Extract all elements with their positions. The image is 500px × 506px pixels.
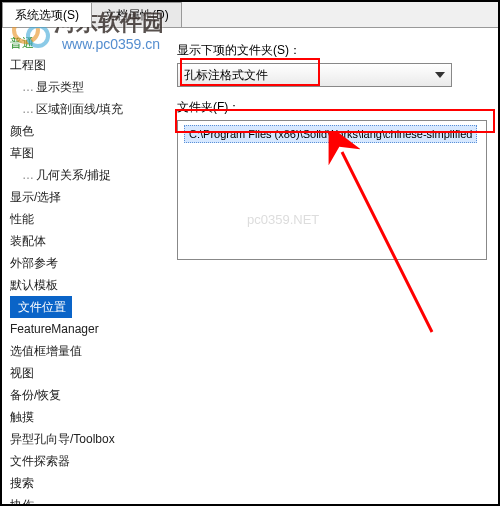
show-folders-label: 显示下项的文件夹(S)： bbox=[177, 42, 488, 59]
sidebar-item-assemblies[interactable]: 装配体 bbox=[2, 230, 167, 252]
sidebar-item-featuremanager[interactable]: FeatureManager bbox=[2, 318, 167, 340]
sidebar-item-hole-wizard[interactable]: 异型孔向导/Toolbox bbox=[2, 428, 167, 450]
folder-listbox[interactable]: C:\Program Files (x86)\SolidWorks\lang\c… bbox=[177, 120, 487, 260]
tab-bar: 系统选项(S) 文档属性(D) bbox=[2, 2, 498, 28]
tab-system-options[interactable]: 系统选项(S) bbox=[2, 2, 92, 27]
sidebar-item-area-hatch[interactable]: 区域剖面线/填充 bbox=[2, 98, 167, 120]
sidebar-item-view[interactable]: 视图 bbox=[2, 362, 167, 384]
sidebar-item-display-select[interactable]: 显示/选择 bbox=[2, 186, 167, 208]
sidebar-item-default-templates[interactable]: 默认模板 bbox=[2, 274, 167, 296]
sidebar-item-performance[interactable]: 性能 bbox=[2, 208, 167, 230]
sidebar-item-spin-increment[interactable]: 选值框增量值 bbox=[2, 340, 167, 362]
sidebar-item-colors[interactable]: 颜色 bbox=[2, 120, 167, 142]
sidebar-item-search[interactable]: 搜索 bbox=[2, 472, 167, 494]
sidebar-item-relations[interactable]: 几何关系/捕捉 bbox=[2, 164, 167, 186]
sidebar-item-file-explorer[interactable]: 文件探索器 bbox=[2, 450, 167, 472]
sidebar-item-collaboration[interactable]: 协作 bbox=[2, 494, 167, 504]
main-panel: 显示下项的文件夹(S)： 孔标注格式文件 文件夹(F)： C:\Program … bbox=[167, 28, 498, 504]
sidebar-item-touch[interactable]: 触摸 bbox=[2, 406, 167, 428]
sidebar-item-sketch[interactable]: 草图 bbox=[2, 142, 167, 164]
files-label: 文件夹(F)： bbox=[177, 99, 488, 116]
sidebar-item-drawings[interactable]: 工程图 bbox=[2, 54, 167, 76]
sidebar-item-file-locations[interactable]: 文件位置 bbox=[10, 296, 72, 318]
tab-document-properties[interactable]: 文档属性(D) bbox=[91, 2, 182, 27]
folder-type-dropdown[interactable]: 孔标注格式文件 bbox=[177, 63, 452, 87]
sidebar-item-backup-restore[interactable]: 备份/恢复 bbox=[2, 384, 167, 406]
content-area: 普通 工程图 显示类型 区域剖面线/填充 颜色 草图 几何关系/捕捉 显示/选择… bbox=[2, 28, 498, 504]
chevron-down-icon bbox=[435, 72, 445, 78]
sidebar-item-general[interactable]: 普通 bbox=[2, 32, 167, 54]
sidebar-item-external-ref[interactable]: 外部参考 bbox=[2, 252, 167, 274]
folder-path-item[interactable]: C:\Program Files (x86)\SolidWorks\lang\c… bbox=[184, 125, 477, 143]
dropdown-value: 孔标注格式文件 bbox=[184, 67, 268, 84]
sidebar: 普通 工程图 显示类型 区域剖面线/填充 颜色 草图 几何关系/捕捉 显示/选择… bbox=[2, 28, 167, 504]
sidebar-item-display-type[interactable]: 显示类型 bbox=[2, 76, 167, 98]
